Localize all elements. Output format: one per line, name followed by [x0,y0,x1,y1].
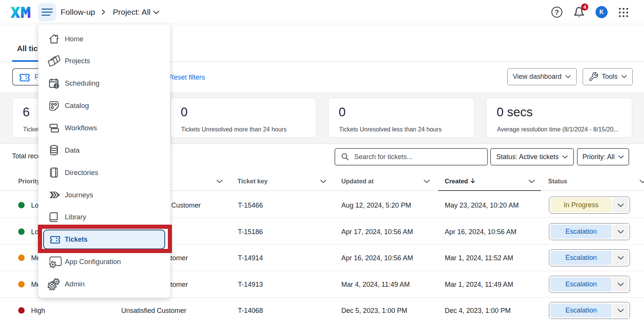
svg-text:?: ? [555,9,559,16]
